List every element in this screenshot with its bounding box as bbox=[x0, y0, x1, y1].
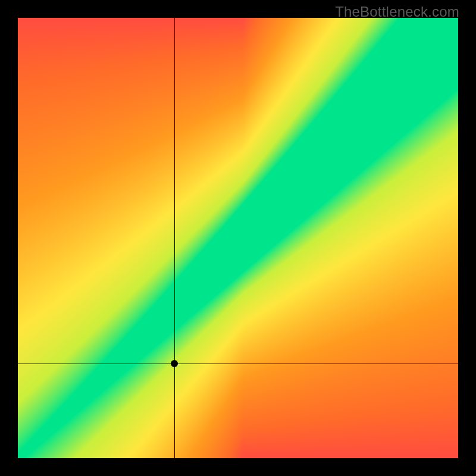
plot-area bbox=[18, 18, 458, 458]
bottleneck-heatmap bbox=[18, 18, 458, 458]
chart-frame: TheBottleneck.com bbox=[0, 0, 476, 476]
